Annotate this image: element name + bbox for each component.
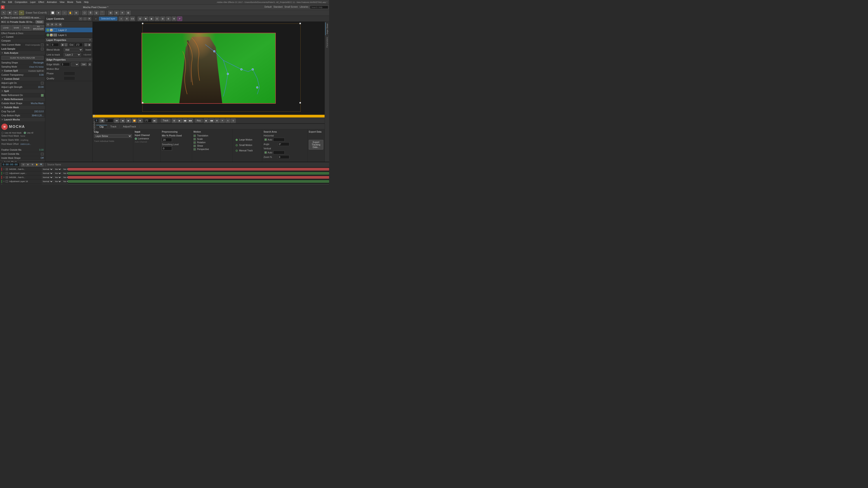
layer-lock-icon[interactable]: 🔒 bbox=[50, 29, 53, 31]
out-mark[interactable]: | bbox=[84, 43, 88, 46]
horizontal-value[interactable] bbox=[273, 138, 285, 141]
layer-5-mode[interactable]: Normal bbox=[41, 184, 53, 185]
lock-sample-checkbox[interactable] bbox=[41, 48, 43, 51]
layer-vis-icon[interactable] bbox=[46, 29, 49, 31]
key-icon-6[interactable]: 0 bbox=[231, 119, 236, 123]
auto-analyze-button[interactable]: CLICK TO AUTO ANALYZE bbox=[1, 56, 43, 60]
menu-composition[interactable]: Composition bbox=[15, 1, 27, 3]
track-icon-1[interactable]: ⊞ bbox=[172, 119, 177, 123]
ae-ctrl-3[interactable]: ⚙ bbox=[30, 163, 34, 166]
shear-check[interactable] bbox=[193, 145, 196, 147]
use-ae-radio[interactable] bbox=[1, 132, 4, 134]
corner-handle-br[interactable] bbox=[300, 102, 301, 103]
ae-ctrl-4[interactable]: ✋ bbox=[35, 163, 39, 166]
translation-check[interactable] bbox=[193, 135, 196, 137]
view-matte-checkbox[interactable] bbox=[41, 43, 43, 46]
key-icon-2[interactable]: ◀◆ bbox=[209, 119, 214, 123]
set-edge-button[interactable]: Set bbox=[81, 63, 87, 66]
tool-select-rect[interactable]: ⬜ bbox=[50, 11, 55, 15]
track-icon-2[interactable]: ▶ bbox=[177, 119, 182, 123]
play-rev[interactable]: ◀ bbox=[120, 119, 125, 123]
shear-row[interactable]: Shear bbox=[193, 144, 231, 147]
layer-menu-btn[interactable]: ▼ bbox=[88, 17, 91, 20]
export-tracking-data-button[interactable]: Export Tracking Data... bbox=[309, 140, 323, 150]
out-point-btn[interactable]: ▶| bbox=[152, 119, 157, 123]
invert-outside-row[interactable]: Invert Outside Ma bbox=[0, 152, 45, 156]
corner-handle-tr[interactable] bbox=[300, 23, 301, 24]
custom-detail-section[interactable]: Custom Detail bbox=[0, 77, 45, 81]
key-icon-4[interactable]: ✕ bbox=[220, 119, 225, 123]
min-pixels-input[interactable] bbox=[162, 138, 172, 142]
use-ae-host-mask-row[interactable]: Use AE Host Mask Use All bbox=[1, 132, 43, 134]
scale-check[interactable] bbox=[193, 138, 196, 140]
viewer-tool-3[interactable]: ◉ bbox=[149, 17, 154, 21]
in-arrow-left[interactable]: ◀ bbox=[61, 43, 64, 46]
in-value[interactable] bbox=[51, 43, 59, 46]
translation-row[interactable]: Translation bbox=[193, 134, 231, 137]
perspective-check[interactable] bbox=[193, 148, 196, 151]
rotation-check[interactable] bbox=[193, 141, 196, 144]
tab-clip[interactable]: Clip bbox=[96, 125, 107, 128]
layer-2-mode[interactable]: Normal bbox=[41, 172, 53, 175]
menu-layer[interactable]: Layer bbox=[30, 1, 36, 3]
tool-x[interactable]: ✕ bbox=[120, 11, 125, 15]
vertical-auto-check[interactable] bbox=[265, 151, 267, 154]
layer-add-btn[interactable]: + bbox=[79, 17, 83, 20]
layer-5-none1[interactable]: None bbox=[54, 184, 62, 185]
use-all-radio[interactable] bbox=[24, 132, 26, 134]
fx-browser-button[interactable]: FX BROWSER bbox=[32, 25, 44, 31]
workspace-libraries[interactable]: Libraries bbox=[300, 6, 308, 9]
tool-bend[interactable]: ⌒ bbox=[100, 11, 105, 15]
layer-2-none1[interactable]: None bbox=[54, 172, 62, 175]
custom-spill-section[interactable]: Custom Spill Custom Spill 00 bbox=[0, 69, 45, 73]
workspace-default[interactable]: Default bbox=[265, 6, 272, 9]
matte-refinement-checkbox[interactable] bbox=[41, 94, 43, 97]
smoothing-level-input[interactable] bbox=[162, 147, 172, 151]
in-point-btn[interactable]: |◀ bbox=[99, 119, 104, 123]
layer-lock-icon-1[interactable]: 🔒 bbox=[50, 34, 53, 36]
layer-delete-btn[interactable]: - bbox=[83, 17, 87, 20]
reset-button[interactable]: Reset bbox=[35, 20, 43, 24]
layer-1-mode[interactable]: Normal bbox=[41, 168, 53, 171]
horizontal-auto-check[interactable] bbox=[265, 138, 267, 141]
layer-3-none1[interactable]: None bbox=[54, 176, 62, 179]
tool-grid[interactable]: ⊞ bbox=[126, 11, 131, 15]
ae-ctrl-1[interactable]: ⊡ bbox=[21, 163, 25, 166]
corner-handle-bl[interactable] bbox=[142, 102, 143, 103]
layer-vis-icon-1[interactable] bbox=[46, 34, 49, 36]
tab-adjust-track[interactable]: AdjustTrack bbox=[120, 125, 140, 128]
viewer-tool-1[interactable]: ⊞ bbox=[138, 17, 143, 21]
timeline-scrubber[interactable] bbox=[93, 115, 324, 118]
menu-effect[interactable]: Effect bbox=[38, 1, 44, 3]
parameters-side-tab[interactable]: Parameters bbox=[326, 36, 329, 48]
layer-4-none1[interactable]: None bbox=[54, 180, 62, 183]
lock-sample-row[interactable]: Lock Sample bbox=[0, 47, 45, 51]
feather-outside-row[interactable]: Feather Outside Ma 0.00 bbox=[0, 148, 45, 152]
viewer-tool-4[interactable]: ⊡ bbox=[155, 17, 160, 21]
viewer-btn-a[interactable]: A bbox=[119, 17, 124, 21]
tool-pen[interactable]: ✏ bbox=[13, 11, 18, 15]
save-button[interactable]: SAVE bbox=[11, 25, 22, 31]
workspace-standard[interactable]: Standard bbox=[274, 6, 283, 9]
matte-refinement-section[interactable]: Matte Refinement bbox=[0, 97, 45, 101]
luminance-radio[interactable] bbox=[135, 138, 137, 140]
tab-track[interactable]: Track bbox=[107, 125, 120, 128]
viewer-btn-b[interactable]: B bbox=[124, 17, 129, 21]
tool-link[interactable]: ⊞ bbox=[108, 11, 113, 15]
blend-mode-select[interactable]: Add Normal Multiply bbox=[64, 48, 83, 52]
track-icon-4[interactable]: ▶▶ bbox=[188, 119, 193, 123]
layer-icon-1[interactable]: ⊡ bbox=[46, 23, 50, 26]
edge-add-btn[interactable]: + bbox=[88, 63, 91, 66]
layer-item-1[interactable]: 🔒 Layer 1 bbox=[45, 33, 92, 37]
matte-refinement-on-row[interactable]: Matte Refinement On bbox=[0, 93, 45, 97]
tool-roto[interactable]: B bbox=[88, 11, 93, 15]
menu-movie[interactable]: Movie bbox=[67, 1, 73, 3]
workspace-small[interactable]: Small Screen bbox=[284, 6, 298, 9]
menu-view[interactable]: View bbox=[60, 1, 65, 3]
viewer-opacity[interactable]: 0.5 bbox=[130, 17, 135, 21]
key-icon-3[interactable]: ⊕ bbox=[215, 119, 219, 123]
viewer-back-btn[interactable]: ← bbox=[94, 17, 98, 21]
menu-file[interactable]: File bbox=[2, 1, 5, 3]
layer-below-select[interactable]: Layer Below bbox=[94, 134, 132, 138]
key-button[interactable]: Key bbox=[195, 119, 203, 123]
